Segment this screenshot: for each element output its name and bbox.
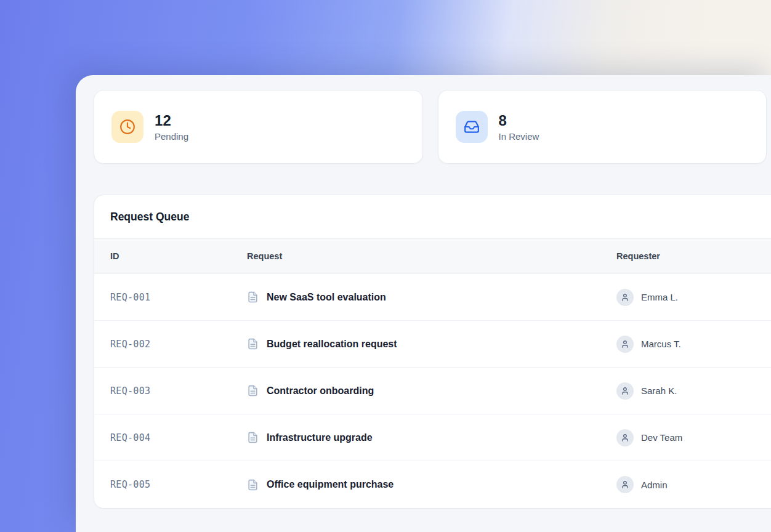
stat-value-pending: 12: [155, 112, 188, 130]
request-title: Contractor onboarding: [267, 385, 374, 397]
page-title: Request Queue: [94, 195, 771, 238]
app-background: { "stats": [ { "value": "12", "label": "…: [0, 0, 771, 532]
avatar: [616, 289, 634, 306]
column-header-id: ID: [110, 251, 247, 261]
request-queue-card: Request Queue ID Request Requester REQ-0…: [94, 195, 771, 509]
stat-text: 12 Pending: [155, 112, 188, 142]
request-title: New SaaS tool evaluation: [267, 292, 386, 303]
table-row[interactable]: REQ-005 Office equipment purchase Admin: [94, 461, 771, 508]
requester-cell: Emma L.: [616, 289, 771, 306]
table-row[interactable]: REQ-001 New SaaS tool evaluation Emma L.: [94, 274, 771, 321]
stat-text: 8 In Review: [499, 112, 539, 142]
request-id: REQ-003: [110, 385, 247, 397]
request-cell: New SaaS tool evaluation: [247, 291, 616, 303]
request-title: Budget reallocation request: [267, 339, 397, 350]
avatar: [616, 336, 634, 353]
request-title: Office equipment purchase: [267, 479, 394, 490]
request-cell: Office equipment purchase: [247, 479, 616, 491]
table-row[interactable]: REQ-003 Contractor onboarding Sarah K.: [94, 368, 771, 414]
avatar: [616, 429, 634, 446]
table-header-row: ID Request Requester: [94, 238, 771, 274]
document-icon: [247, 291, 259, 303]
clock-icon: [111, 111, 143, 143]
request-title: Infrastructure upgrade: [267, 432, 373, 443]
table-row[interactable]: REQ-004 Infrastructure upgrade Dev Team: [94, 414, 771, 461]
request-id: REQ-001: [110, 292, 247, 303]
requester-name: Marcus T.: [641, 339, 681, 349]
document-icon: [247, 385, 259, 397]
request-id: REQ-002: [110, 339, 247, 350]
requester-cell: Admin: [616, 476, 771, 493]
table-row[interactable]: REQ-002 Budget reallocation request Marc…: [94, 321, 771, 368]
stat-label-in-review: In Review: [499, 131, 539, 142]
avatar: [616, 382, 634, 400]
requester-cell: Dev Team: [616, 429, 771, 446]
stat-card-in-review: 8 In Review: [438, 90, 767, 164]
stats-row: 12 Pending 8 In Review: [94, 90, 767, 164]
requester-cell: Marcus T.: [616, 336, 771, 353]
requester-name: Admin: [641, 480, 668, 490]
document-icon: [247, 432, 259, 443]
stat-card-pending: 12 Pending: [94, 90, 423, 164]
requester-name: Sarah K.: [641, 385, 677, 396]
stat-value-in-review: 8: [499, 112, 539, 130]
document-icon: [247, 479, 259, 491]
requester-cell: Sarah K.: [616, 382, 771, 400]
inbox-icon: [456, 111, 488, 143]
request-id: REQ-004: [110, 432, 247, 443]
requester-name: Emma L.: [641, 292, 678, 302]
avatar: [616, 476, 634, 493]
requester-name: Dev Team: [641, 432, 682, 443]
request-cell: Infrastructure upgrade: [247, 432, 616, 443]
column-header-request: Request: [247, 251, 616, 261]
request-id: REQ-005: [110, 479, 247, 490]
column-header-requester: Requester: [616, 251, 771, 261]
request-cell: Contractor onboarding: [247, 385, 616, 397]
document-icon: [247, 338, 259, 350]
request-cell: Budget reallocation request: [247, 338, 616, 350]
main-panel: 12 Pending 8 In Review Request Queue ID …: [76, 75, 771, 532]
stat-label-pending: Pending: [155, 131, 188, 142]
